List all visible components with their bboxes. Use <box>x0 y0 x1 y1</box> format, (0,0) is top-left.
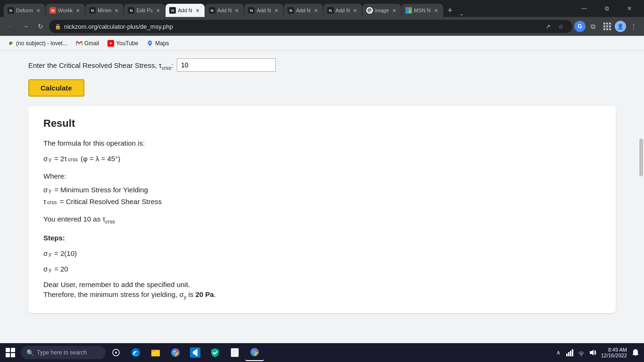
def-tau-text: = Critical Resolved Shear Stress <box>58 197 162 206</box>
restore-button[interactable]: ⧉ <box>596 0 618 17</box>
tab-close-addn7[interactable]: ✕ <box>273 7 280 14</box>
tab-msn[interactable]: MSN N ✕ <box>402 4 443 17</box>
entered-sub: crss <box>105 219 115 224</box>
tray-wifi-icon[interactable] <box>577 348 586 357</box>
page-area: Enter the Critical Resolved Shear Stress… <box>0 51 644 343</box>
reload-button[interactable]: ↻ <box>34 20 47 33</box>
menu-button[interactable]: ⋮ <box>627 20 640 33</box>
minimize-button[interactable]: — <box>573 0 595 17</box>
tab-close-addn6[interactable]: ✕ <box>233 7 240 14</box>
tab-close-editpc[interactable]: ✕ <box>155 7 161 14</box>
taskbar-search-icon: 🔍 <box>26 349 34 356</box>
step2-sigma: σ <box>43 265 48 273</box>
taskbar-search-box[interactable]: 🔍 Type here to search <box>21 346 106 359</box>
def-tau-crss: τcrss = Critical Resolved Shear Stress <box>43 197 601 206</box>
tab-favicon-addn9: N <box>327 7 334 14</box>
tab-label-workk: Workk <box>58 8 73 13</box>
tab-close-minim[interactable]: ✕ <box>113 7 120 14</box>
address-bar-area: ← → ↻ 🔒 nickzom.org/calculator-plus/de_m… <box>0 17 644 36</box>
tau-sub-crss: crss <box>68 156 78 162</box>
tab-close-addn5[interactable]: ✕ <box>194 7 201 14</box>
back-button[interactable]: ← <box>4 20 17 33</box>
taskbar-vscode-icon[interactable] <box>186 344 205 361</box>
taskbar-apps <box>126 344 264 361</box>
system-clock[interactable]: 8:49 AM 12/16/2022 <box>599 347 629 358</box>
forward-button[interactable]: → <box>19 20 32 33</box>
tab-deform[interactable]: N Deform ✕ <box>4 4 45 17</box>
tab-addn6[interactable]: N Add N ✕ <box>205 4 244 17</box>
taskbar-edge-icon[interactable] <box>126 344 145 361</box>
taskbar-fileexplorer-icon[interactable] <box>146 344 165 361</box>
share-icon[interactable]: ↗ <box>542 21 553 32</box>
tab-overflow-button[interactable]: ⌄ <box>457 10 466 17</box>
tab-close-addn9[interactable]: ✕ <box>352 7 358 14</box>
scrollbar-thumb[interactable] <box>639 139 643 176</box>
taskbar-chrome-icon[interactable] <box>166 344 185 361</box>
address-bar[interactable]: 🔒 nickzom.org/calculator-plus/de_msy.php… <box>49 20 572 33</box>
bookmark-gmail[interactable]: Gmail <box>72 39 103 48</box>
tab-addn5[interactable]: N Add N ✕ <box>165 4 205 17</box>
tray-volume-icon[interactable] <box>588 348 597 357</box>
extensions-puzzle-icon[interactable]: ⧉ <box>586 20 600 33</box>
bookmark-label-gmail: Gmail <box>84 40 99 47</box>
system-tray: ∧ 8:49 AM 12 <box>552 347 642 358</box>
tab-minim[interactable]: N Minim ✕ <box>85 4 124 17</box>
svg-rect-28 <box>232 350 238 351</box>
formula-equals: = 2τ <box>52 155 67 163</box>
tab-favicon-addn8: N <box>288 7 294 14</box>
tab-addn7[interactable]: N Add N ✕ <box>244 4 283 17</box>
bookmark-youtube[interactable]: YouTube <box>104 39 142 48</box>
profile-avatar[interactable]: 👤 <box>615 21 626 32</box>
tab-close-workk[interactable]: ✕ <box>74 7 81 14</box>
taskbar-notepad-icon[interactable] <box>225 344 244 361</box>
svg-rect-31 <box>232 354 236 355</box>
start-button[interactable] <box>2 344 19 361</box>
formula-intro-text: The formula for this operation is: <box>43 139 601 147</box>
conclusion2-end: . <box>214 290 216 298</box>
def-sigma-symbol: σ <box>43 186 48 194</box>
clock-time: 8:49 AM <box>601 347 627 353</box>
bookmark-nosubject[interactable]: (no subject) - lovet... <box>4 39 71 48</box>
calculate-button[interactable]: Calculate <box>28 79 84 97</box>
url-text: nickzom.org/calculator-plus/de_msy.php <box>64 23 539 30</box>
svg-rect-1 <box>406 8 409 10</box>
new-tab-button[interactable]: + <box>444 4 457 17</box>
tab-close-msn[interactable]: ✕ <box>433 7 439 14</box>
google-account-icon[interactable]: G <box>574 21 586 32</box>
taskbar-security-icon[interactable] <box>206 344 224 361</box>
svg-rect-7 <box>609 23 611 25</box>
close-button[interactable]: ✕ <box>619 0 640 17</box>
tray-network-icon[interactable] <box>565 348 575 357</box>
conclusion2: Therefore, the minimum stress for yieldi… <box>43 290 601 300</box>
tab-close-image[interactable]: ✕ <box>391 7 397 14</box>
svg-rect-9 <box>606 25 608 27</box>
address-bar-icons: ↗ ☆ <box>542 21 567 32</box>
tab-favicon-editpc: N <box>128 7 134 14</box>
browser-actions: G ⧉ 👤 ⋮ <box>574 20 640 33</box>
tray-up-arrow-icon[interactable]: ∧ <box>554 348 563 357</box>
crss-input[interactable] <box>177 58 276 72</box>
tab-close-addn8[interactable]: ✕ <box>313 7 319 14</box>
steps-label: Steps: <box>43 234 601 242</box>
bookmark-star-icon[interactable]: ☆ <box>555 21 567 32</box>
tab-editpc[interactable]: N Edit Pc ✕ <box>124 4 165 17</box>
notification-icon[interactable] <box>631 348 640 357</box>
scrollbar[interactable] <box>638 51 644 343</box>
tab-addn9[interactable]: N Add N ✕ <box>323 4 363 17</box>
taskbar-chrome-active-icon[interactable] <box>245 344 264 361</box>
bookmark-label-youtube: YouTube <box>116 40 138 47</box>
bookmarks-bar: (no subject) - lovet... Gmail <box>0 36 644 51</box>
task-view-button[interactable] <box>107 344 124 361</box>
svg-rect-5 <box>603 23 605 25</box>
tab-addn8[interactable]: N Add N ✕ <box>284 4 323 17</box>
tab-workk[interactable]: M Workk ✕ <box>46 4 85 17</box>
tab-image[interactable]: image ✕ <box>363 4 401 17</box>
bookmark-maps[interactable]: Maps <box>143 39 173 48</box>
bookmark-favicon-youtube <box>107 40 114 47</box>
sigma-sub-y: y <box>49 156 51 162</box>
svg-rect-35 <box>566 354 568 356</box>
clock-date: 12/16/2022 <box>601 353 627 358</box>
tab-favicon-image <box>366 7 373 14</box>
tab-close-deform[interactable]: ✕ <box>35 7 41 14</box>
grid-apps-icon[interactable] <box>601 20 614 33</box>
